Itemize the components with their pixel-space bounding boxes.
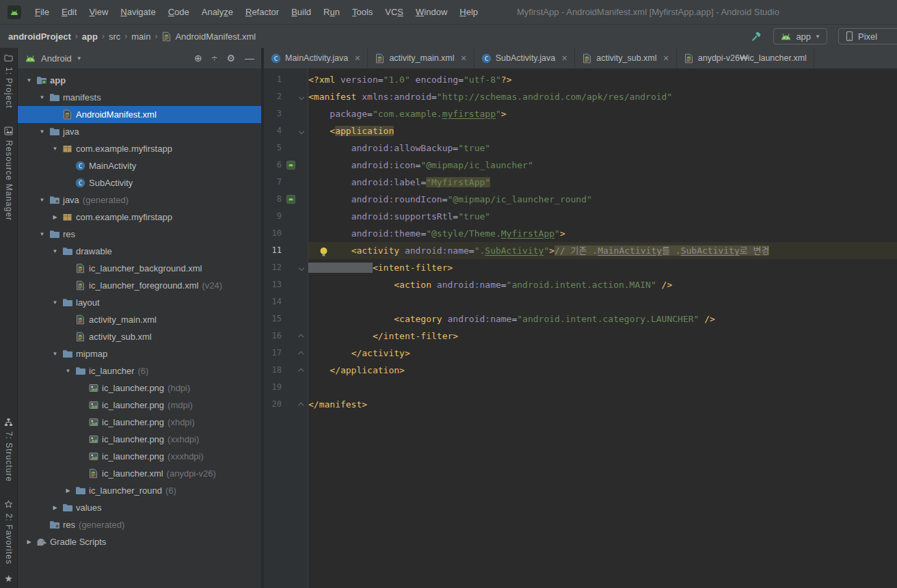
tree-item-res[interactable]: ▼res: [18, 226, 261, 243]
tree-item-mainactivity[interactable]: CMainActivity: [18, 157, 261, 174]
tree-item-app[interactable]: ▼app: [18, 72, 261, 89]
tree-item-drawable[interactable]: ▼drawable: [18, 243, 261, 260]
tree-item-ic-launcher-png[interactable]: ic_launcher.png(xxhdpi): [18, 431, 261, 448]
editor-tab-activity-main-xml[interactable]: activity_main.xml✕: [368, 48, 474, 68]
code-line[interactable]: <application: [308, 122, 897, 139]
code-line[interactable]: android:label="MyfirstApp": [308, 174, 897, 191]
tree-item-ic-launcher-png[interactable]: ic_launcher.png(xxxhdpi): [18, 448, 261, 465]
fold-marker-icon[interactable]: [297, 129, 306, 133]
tree-item-ic-launcher-round[interactable]: ▶ic_launcher_round(6): [18, 482, 261, 499]
code-content[interactable]: <?xml version="1.0" encoding="utf-8"?><m…: [308, 68, 897, 588]
chevron-down-icon[interactable]: ▼: [36, 94, 48, 101]
close-tab-icon[interactable]: ✕: [663, 54, 669, 63]
close-tab-icon[interactable]: ✕: [461, 54, 467, 63]
tree-item-ic-launcher-png[interactable]: ic_launcher.png(mdpi): [18, 397, 261, 414]
code-line[interactable]: [308, 379, 897, 396]
tree-item-ic-launcher-background-xml[interactable]: ic_launcher_background.xml: [18, 260, 261, 277]
close-tab-icon[interactable]: ✕: [354, 54, 360, 63]
tree-item-java[interactable]: ▼java: [18, 123, 261, 140]
tool-stripe-1-project[interactable]: 1: Project: [4, 53, 14, 109]
tree-item-com-example-myfirstapp[interactable]: ▼com.example.myfirstapp: [18, 140, 261, 157]
tool-stripe-resource-manager[interactable]: Resource Manager: [4, 126, 14, 221]
menu-item-run[interactable]: Run: [317, 0, 346, 24]
chevron-right-icon[interactable]: ▶: [49, 214, 61, 220]
menu-item-edit[interactable]: Edit: [55, 0, 83, 24]
breadcrumb-item-androidmanifest-xml[interactable]: AndroidManifest.xml: [161, 31, 256, 42]
tree-item-manifests[interactable]: ▼manifests: [18, 89, 261, 106]
chevron-down-icon[interactable]: ▼: [49, 351, 61, 357]
code-line[interactable]: </application>: [308, 362, 897, 379]
code-line[interactable]: <activity android:name=".SubActivity">//…: [308, 242, 897, 259]
code-line[interactable]: android:allowBackup="true": [308, 139, 897, 157]
tree-item-ic-launcher-xml[interactable]: ic_launcher.xml(anydpi-v26): [18, 465, 261, 482]
menu-item-help[interactable]: Help: [453, 0, 484, 24]
tree-item-com-example-myfirstapp[interactable]: ▶com.example.myfirstapp: [18, 209, 261, 226]
code-line[interactable]: </activity>: [308, 345, 897, 362]
menu-item-file[interactable]: File: [29, 0, 55, 24]
breadcrumb-item-main[interactable]: main: [131, 31, 150, 42]
gutter-image-preview-icon[interactable]: [284, 161, 297, 170]
tool-stripe-2-favorites[interactable]: 2: Favorites: [4, 500, 14, 565]
settings-gear-icon[interactable]: ⚙: [226, 53, 235, 64]
tree-item-mipmap[interactable]: ▼mipmap: [18, 345, 261, 362]
menu-item-tools[interactable]: Tools: [346, 0, 379, 24]
collapse-all-icon[interactable]: ÷: [212, 53, 217, 64]
code-editor[interactable]: 1234567891011121314151617181920 <?xml ve…: [264, 68, 897, 588]
code-line[interactable]: <category android:name="android.intent.c…: [308, 310, 897, 328]
fold-marker-icon[interactable]: [297, 351, 306, 356]
locate-file-icon[interactable]: ⊕: [194, 53, 202, 64]
editor-tab-subactivity-java[interactable]: CSubActivity.java✕: [474, 48, 576, 68]
tree-item-ic-launcher[interactable]: ▼ic_launcher(6): [18, 362, 261, 379]
project-view-selector[interactable]: Android: [41, 53, 72, 64]
code-line[interactable]: <action android:name="android.intent.act…: [308, 276, 897, 293]
tree-item-java[interactable]: ▼java(generated): [18, 191, 261, 209]
breadcrumb-item-app[interactable]: app: [82, 31, 98, 42]
menu-item-vcs[interactable]: VCS: [379, 0, 410, 24]
run-configuration-selector[interactable]: app ▼: [773, 28, 827, 44]
code-line[interactable]: <intent-filter>: [308, 259, 897, 276]
fold-marker-icon[interactable]: [297, 403, 306, 407]
hide-panel-icon[interactable]: —: [245, 53, 254, 64]
breadcrumb-item-src[interactable]: src: [109, 31, 120, 42]
code-line[interactable]: android:supportsRtl="true": [308, 208, 897, 225]
close-tab-icon[interactable]: ✕: [561, 54, 567, 63]
code-line[interactable]: </manifest>: [308, 396, 897, 413]
fold-marker-icon[interactable]: [297, 266, 306, 270]
fold-marker-icon[interactable]: [297, 95, 306, 99]
chevron-down-icon[interactable]: ▼: [49, 248, 61, 254]
tree-item-gradle-scripts[interactable]: ▶Gradle Scripts: [18, 533, 261, 550]
editor-tab-anydpi-v26-ic-launcher-xml[interactable]: anydpi-v26₩ic_launcher.xml: [677, 48, 814, 68]
tree-item-res[interactable]: res(generated): [18, 516, 261, 533]
menu-item-navigate[interactable]: Navigate: [114, 0, 161, 24]
tree-item-values[interactable]: ▶values: [18, 499, 261, 516]
tree-item-layout[interactable]: ▼layout: [18, 294, 261, 311]
fold-marker-icon[interactable]: [297, 369, 306, 373]
menu-item-build[interactable]: Build: [285, 0, 317, 24]
code-line[interactable]: package="com.example.myfirstapp">: [308, 105, 897, 122]
menu-item-refactor[interactable]: Refactor: [239, 0, 285, 24]
menu-item-code[interactable]: Code: [162, 0, 196, 24]
tree-item-subactivity[interactable]: CSubActivity: [18, 174, 261, 191]
code-line[interactable]: android:theme="@style/Theme.MyfirstApp">: [308, 225, 897, 242]
editor-tab-mainactivity-java[interactable]: CMainActivity.java✕: [264, 48, 368, 68]
chevron-down-icon[interactable]: ▼: [36, 197, 48, 203]
code-line[interactable]: </intent-filter>: [308, 328, 897, 345]
code-line[interactable]: android:icon="@mipmap/ic_launcher": [308, 157, 897, 174]
menu-item-analyze[interactable]: Analyze: [196, 0, 239, 24]
chevron-down-icon[interactable]: ▼: [62, 368, 74, 374]
tree-item-ic-launcher-foreground-xml[interactable]: ic_launcher_foreground.xml(v24): [18, 277, 261, 294]
code-line[interactable]: <?xml version="1.0" encoding="utf-8"?>: [308, 71, 897, 88]
tree-item-activity-sub-xml[interactable]: activity_sub.xml: [18, 328, 261, 345]
tool-stripe-7-structure[interactable]: 7: Structure: [4, 418, 14, 482]
code-line[interactable]: android:roundIcon="@mipmap/ic_launcher_r…: [308, 191, 897, 208]
chevron-down-icon[interactable]: ▼: [49, 146, 61, 152]
menu-item-window[interactable]: Window: [410, 0, 453, 24]
code-line[interactable]: <manifest xmlns:android="http://schemas.…: [308, 88, 897, 105]
tree-item-activity-main-xml[interactable]: activity_main.xml: [18, 311, 261, 328]
chevron-down-icon[interactable]: ▼: [23, 77, 35, 83]
favorites-star-icon[interactable]: ★: [4, 573, 13, 584]
breadcrumb-item-androidproject[interactable]: androidProject: [8, 31, 71, 42]
gutter-image-preview-icon[interactable]: [284, 195, 297, 204]
tree-item-ic-launcher-png[interactable]: ic_launcher.png(hdpi): [18, 379, 261, 397]
chevron-down-icon[interactable]: ▼: [36, 129, 48, 135]
